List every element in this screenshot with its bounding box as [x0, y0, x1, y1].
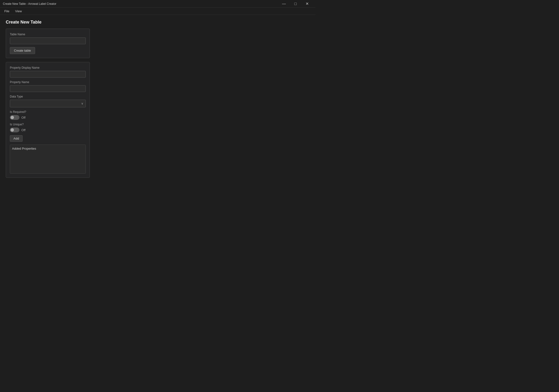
add-property-button[interactable]: Add [10, 135, 23, 142]
is-unique-label: Is Unique? [10, 123, 86, 126]
is-required-toggle[interactable] [10, 115, 19, 120]
properties-list [12, 152, 84, 171]
title-bar: Create New Table - Arrowat Label Creator… [0, 0, 316, 8]
is-unique-row: Off [10, 128, 86, 132]
is-required-state: Off [21, 116, 26, 119]
property-name-input[interactable] [10, 85, 86, 92]
create-table-button[interactable]: Create table [10, 47, 35, 54]
window-title: Create New Table - Arrowat Label Creator [3, 2, 56, 6]
table-name-label: Table Name [10, 33, 86, 36]
data-type-wrapper: String Number Boolean Date [10, 100, 86, 107]
property-form-card: Property Display Name Property Name Data… [6, 62, 90, 178]
added-properties-box: Added Properties [10, 145, 86, 174]
page-title: Create New Table [6, 20, 310, 25]
added-properties-title: Added Properties [12, 147, 84, 150]
is-unique-toggle[interactable] [10, 128, 19, 132]
maximize-button[interactable]: □ [290, 0, 301, 8]
close-button[interactable]: ✕ [301, 0, 313, 8]
is-required-row: Off [10, 115, 86, 120]
is-unique-state: Off [21, 128, 26, 132]
table-name-card: Table Name Create table [6, 28, 90, 58]
property-display-name-input[interactable] [10, 71, 86, 78]
property-name-label: Property Name [10, 80, 86, 84]
is-required-label: Is Required? [10, 110, 86, 114]
main-content: Create New Table Table Name Create table… [0, 15, 316, 222]
is-unique-slider [10, 128, 19, 132]
minimize-button[interactable]: — [279, 0, 289, 8]
title-bar-controls: — □ ✕ [279, 0, 313, 8]
data-type-label: Data Type [10, 95, 86, 98]
is-required-slider [10, 115, 19, 120]
table-name-input[interactable] [10, 37, 86, 44]
data-type-select[interactable]: String Number Boolean Date [10, 100, 86, 107]
property-display-name-label: Property Display Name [10, 66, 86, 69]
menu-view[interactable]: View [13, 9, 24, 14]
menu-bar: File View [0, 8, 316, 15]
menu-file[interactable]: File [2, 9, 12, 14]
